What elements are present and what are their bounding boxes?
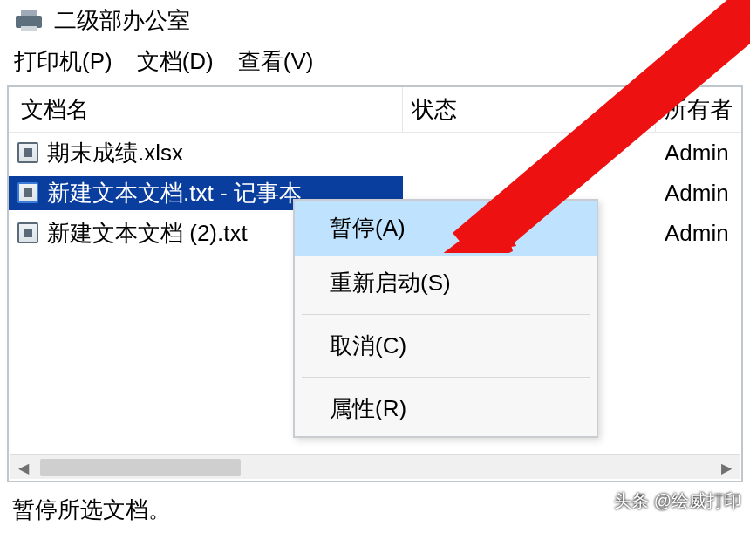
col-header-name[interactable]: 文档名 <box>9 87 403 132</box>
menu-item-properties[interactable]: 属性(R) <box>295 381 597 436</box>
file-owner: Admin <box>656 220 741 247</box>
context-menu: 暂停(A) 重新启动(S) 取消(C) 属性(R) <box>293 199 598 438</box>
menu-separator <box>302 377 590 378</box>
menu-item-restart[interactable]: 重新启动(S) <box>295 256 597 311</box>
table-row[interactable]: 期末成绩.xlsx Admin <box>9 133 741 173</box>
menu-item-pause[interactable]: 暂停(A) <box>295 201 597 256</box>
watermark: 头条 @绘威打印 <box>614 489 741 513</box>
file-owner: Admin <box>656 140 741 167</box>
menu-item-cancel[interactable]: 取消(C) <box>295 318 597 373</box>
menu-view[interactable]: 查看(V) <box>238 46 314 77</box>
menu-printer[interactable]: 打印机(P) <box>14 46 112 77</box>
scroll-right-icon[interactable]: ▶ <box>713 455 740 480</box>
scroll-left-icon[interactable]: ◀ <box>10 455 37 480</box>
printer-icon <box>16 10 42 31</box>
document-icon <box>17 222 38 243</box>
file-owner: Admin <box>656 180 741 207</box>
column-headers: 文档名 状态 所有者 <box>9 87 741 133</box>
file-name: 新建文本文档 (2).txt <box>47 216 253 250</box>
col-header-status[interactable]: 状态 <box>403 87 656 132</box>
print-queue-window: 二级部办公室 打印机(P) 文档(D) 查看(V) 文档名 状态 所有者 期末成… <box>0 0 750 560</box>
titlebar: 二级部办公室 <box>0 0 750 39</box>
scroll-thumb[interactable] <box>40 459 241 476</box>
menubar: 打印机(P) 文档(D) 查看(V) <box>0 39 750 85</box>
file-name: 期末成绩.xlsx <box>47 136 188 170</box>
menu-separator <box>302 314 590 315</box>
status-text: 暂停所选文档。 <box>12 496 171 522</box>
menu-document[interactable]: 文档(D) <box>137 46 214 77</box>
window-title: 二级部办公室 <box>54 5 190 36</box>
document-icon <box>17 142 38 163</box>
horizontal-scrollbar[interactable]: ◀ ▶ <box>10 454 740 479</box>
file-name: 新建文本文档.txt - 记事本 <box>47 176 307 210</box>
col-header-owner[interactable]: 所有者 <box>656 87 741 132</box>
document-icon <box>17 182 38 203</box>
